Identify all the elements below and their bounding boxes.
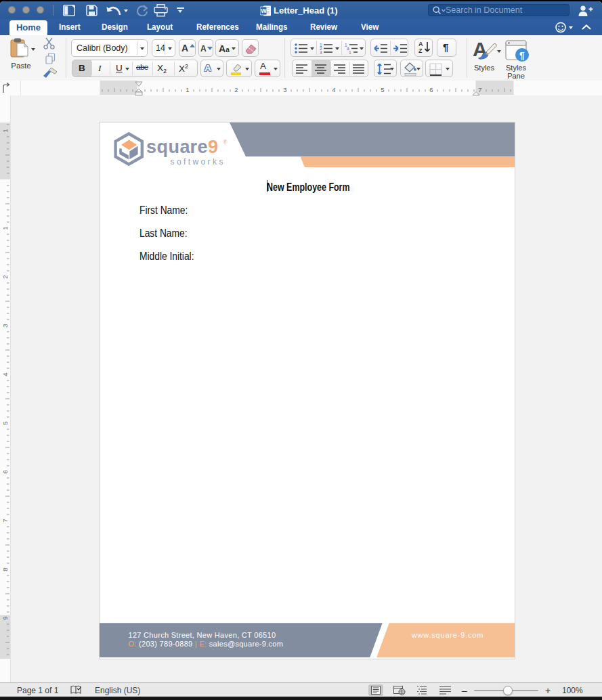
svg-text:2: 2 — [234, 86, 238, 93]
svg-text:1: 1 — [1, 226, 9, 229]
svg-text:W: W — [261, 7, 267, 14]
svg-text:2: 2 — [1, 275, 9, 278]
svg-text:6: 6 — [429, 86, 433, 93]
svg-text:¶: ¶ — [519, 50, 525, 61]
svg-text:6: 6 — [1, 470, 9, 473]
svg-text:1: 1 — [349, 50, 351, 55]
svg-text:3: 3 — [1, 324, 9, 327]
svg-text:8: 8 — [1, 567, 9, 571]
svg-text:4: 4 — [332, 86, 335, 93]
svg-text:7: 7 — [1, 519, 9, 522]
svg-text:5: 5 — [381, 86, 384, 93]
svg-text:4: 4 — [1, 372, 9, 376]
svg-text:3: 3 — [320, 50, 322, 55]
svg-text:7: 7 — [478, 86, 481, 93]
svg-text:5: 5 — [1, 421, 9, 424]
svg-text:1: 1 — [1, 129, 9, 132]
svg-text:1: 1 — [186, 86, 189, 93]
svg-text:9: 9 — [1, 616, 9, 619]
svg-text:3: 3 — [283, 86, 286, 93]
